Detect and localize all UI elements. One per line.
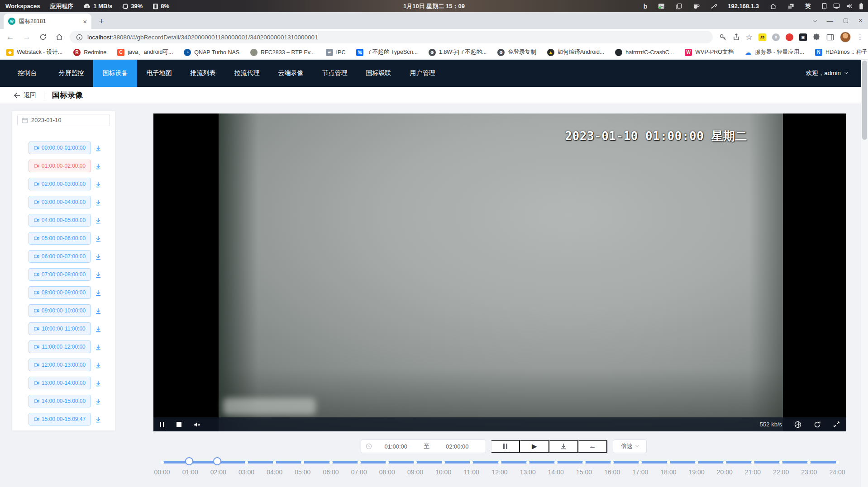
workspace-switcher-icon[interactable] [787,3,794,9]
date-picker-input[interactable]: 2023-01-10 [17,114,110,126]
pause-button[interactable] [491,440,520,453]
volume-icon[interactable] [846,3,853,9]
site-info-icon[interactable] [76,34,83,41]
segment-button[interactable]: 12:00:00-13:00:00 [29,359,91,371]
page-scrollbar[interactable] [861,60,868,487]
segment-download-button[interactable] [94,198,103,207]
play-button[interactable]: ▶ [520,440,549,453]
back-button[interactable]: 返回 [14,91,36,99]
bookmark-item[interactable]: ◆Webstack - 设计... [6,48,62,56]
browser-profile-avatar[interactable] [840,32,851,43]
bookmark-item[interactable]: NHDAtmos :: 种子 *... [815,48,868,56]
seek-back-button[interactable]: ← [578,440,607,453]
segment-button[interactable]: 03:00:00-04:00:00 [29,196,91,208]
nav-tab-7[interactable]: 云端录像 [269,60,313,87]
player-pause-button[interactable] [160,422,164,427]
segment-button[interactable]: 05:00:00-06:00:00 [29,232,91,245]
memory-usage-indicator[interactable]: 8% [153,3,169,9]
extension-js-icon[interactable]: JS [758,33,766,41]
range-start-time[interactable]: 01:00:00 [372,443,420,450]
tab-close-icon[interactable]: × [83,18,87,25]
player-stop-button[interactable] [176,422,181,427]
side-panel-icon[interactable] [826,33,834,41]
phone-connect-icon[interactable] [822,3,827,9]
segment-download-button[interactable] [94,325,103,334]
segment-button[interactable]: 11:00:00-12:00:00 [29,340,91,353]
bookmark-item[interactable]: ◔QNAP Turbo NAS [184,49,239,56]
time-range-picker[interactable]: 01:00:00 至 02:00:00 [361,440,486,453]
nav-tab-2[interactable]: 分屏监控 [49,60,93,87]
browser-tab[interactable]: W 国标28181 × [4,14,91,29]
bookmark-star-icon[interactable]: ☆ [746,33,753,41]
tray-b-icon[interactable]: b [644,3,648,10]
segment-download-button[interactable] [94,307,103,316]
nav-tab-6[interactable]: 拉流代理 [225,60,269,87]
scrollbar-thumb[interactable] [862,61,867,140]
browser-menu-kebab-icon[interactable]: ⋮ [857,33,863,41]
cpu-usage-indicator[interactable]: 39% [122,3,143,9]
bookmark-item[interactable]: Cjava、android可... [117,48,173,56]
nav-tab-8[interactable]: 节点管理 [313,60,357,87]
applications-button[interactable]: 应用程序 [50,2,73,10]
segment-download-button[interactable] [94,343,103,352]
player-refresh-icon[interactable] [814,421,821,428]
browser-home-button[interactable] [53,31,65,43]
browser-back-button[interactable]: ← [5,31,16,43]
segment-button[interactable]: 01:00:00-02:00:00 [29,160,91,172]
network-speed-indicator[interactable]: 1 MB/s [83,3,112,9]
segment-download-button[interactable] [94,162,103,171]
ip-address-indicator[interactable]: 192.168.1.3 [728,3,759,9]
tab-search-chevron-icon[interactable] [813,18,816,22]
segment-button[interactable]: 00:00:00-01:00:00 [29,142,91,154]
password-key-icon[interactable] [719,33,727,41]
download-button[interactable] [549,440,578,453]
user-menu[interactable]: 欢迎，admin [806,60,861,87]
window-close-button[interactable]: × [858,17,863,24]
segment-download-button[interactable] [94,270,103,279]
segment-button[interactable]: 08:00:00-09:00:00 [29,286,91,299]
workspaces-button[interactable]: Workspaces [5,3,40,9]
segment-button[interactable]: 15:00:00-15:09:47 [29,413,91,426]
segment-button[interactable]: 06:00:00-07:00:00 [29,250,91,263]
bookmark-item[interactable]: ☁服务器 - 轻量应用... [744,48,804,56]
segment-download-button[interactable] [94,180,103,189]
segment-button[interactable]: 09:00:00-10:00:00 [29,304,91,317]
bookmark-item[interactable]: ⊕1.8W字|了不起的... [429,48,486,56]
url-bar[interactable]: localhost:38080/#/gbRecordDetail/3402000… [70,31,713,43]
segment-download-button[interactable] [94,144,103,153]
nav-tab-4[interactable]: 电子地图 [137,60,181,87]
bookmark-item[interactable]: ▰IPC [326,49,346,56]
window-minimize-button[interactable]: — [827,18,833,24]
timeline-handle[interactable] [213,457,221,465]
snapshot-shutter-icon[interactable] [794,421,801,428]
segment-download-button[interactable] [94,216,103,225]
playback-speed-dropdown[interactable]: 倍速 [613,440,647,453]
fullscreen-icon[interactable] [833,421,840,428]
range-end-time[interactable]: 02:00:00 [434,443,482,450]
timeline-track[interactable] [162,461,837,463]
extensions-puzzle-icon[interactable] [813,33,820,41]
home-tray-icon[interactable] [770,3,777,9]
bookmark-item[interactable]: ▲如何编译Android... [547,48,605,56]
player-mute-icon[interactable] [194,421,201,428]
clock-button[interactable]: 1月10日 星期二 15：09 [403,0,465,12]
segment-download-button[interactable] [94,415,103,424]
bookmark-item[interactable]: hairrrrr/C-CrashC... [615,49,674,56]
nav-tab-5[interactable]: 推流列表 [181,60,225,87]
nav-tab-10[interactable]: 用户管理 [401,60,444,87]
caffeine-tray-icon[interactable] [693,3,700,9]
bookmark-item[interactable]: ⊕免登录复制 [497,48,536,56]
nav-tab-9[interactable]: 国标级联 [357,60,401,87]
segment-button[interactable]: 04:00:00-05:00:00 [29,214,91,227]
segment-button[interactable]: 13:00:00-14:00:00 [29,377,91,389]
segment-button[interactable]: 14:00:00-15:00:00 [29,395,91,407]
share-icon[interactable] [733,33,740,41]
segment-download-button[interactable] [94,288,103,298]
extension-dark-icon[interactable]: ▣ [799,33,807,41]
browser-forward-button[interactable]: → [21,31,33,43]
video-player[interactable]: 2023-01-10 01:00:00 星期二 552 kb/s [153,113,846,431]
bookmark-item[interactable]: 知了不起的 TypeScri... [356,48,418,56]
segment-download-button[interactable] [94,252,103,261]
segment-download-button[interactable] [94,361,103,370]
nav-tab-3[interactable]: 国标设备 [93,60,137,87]
